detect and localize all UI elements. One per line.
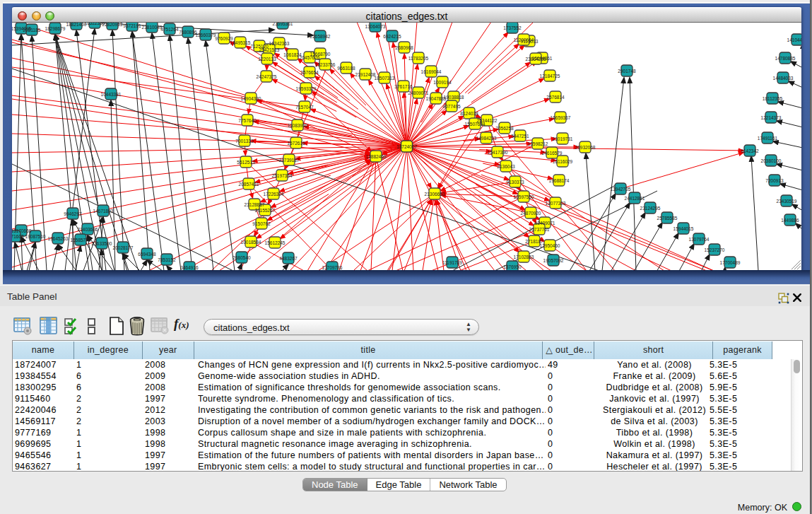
svg-text:6924215: 6924215 bbox=[383, 34, 401, 39]
svg-text:12950460: 12950460 bbox=[540, 243, 560, 248]
svg-text:15668790: 15668790 bbox=[310, 52, 331, 57]
svg-text:19882460: 19882460 bbox=[366, 154, 387, 159]
svg-text:1737552: 1737552 bbox=[503, 25, 522, 30]
svg-text:12660379: 12660379 bbox=[196, 33, 216, 37]
svg-text:19038818: 19038818 bbox=[444, 95, 464, 100]
svg-text:19057092: 19057092 bbox=[543, 258, 564, 263]
svg-text:18298679: 18298679 bbox=[45, 26, 66, 31]
svg-text:21019731: 21019731 bbox=[553, 136, 573, 141]
svg-text:22658942: 22658942 bbox=[310, 34, 331, 39]
svg-text:24247375: 24247375 bbox=[257, 74, 277, 79]
svg-text:24870920: 24870920 bbox=[521, 211, 541, 216]
svg-text:21306653: 21306653 bbox=[425, 192, 445, 197]
svg-text:24809071: 24809071 bbox=[408, 90, 429, 95]
svg-text:14671893: 14671893 bbox=[93, 209, 114, 214]
svg-text:19645263: 19645263 bbox=[48, 236, 69, 241]
svg-text:14484033: 14484033 bbox=[773, 76, 794, 81]
svg-text:10597550: 10597550 bbox=[514, 194, 534, 199]
svg-text:16169044: 16169044 bbox=[421, 69, 442, 74]
svg-text:7001333: 7001333 bbox=[235, 139, 254, 144]
svg-text:4751264: 4751264 bbox=[160, 27, 179, 32]
svg-text:6594348: 6594348 bbox=[138, 252, 156, 257]
svg-text:2081185: 2081185 bbox=[23, 28, 41, 33]
svg-text:18112355: 18112355 bbox=[763, 96, 783, 101]
svg-text:1876950: 1876950 bbox=[503, 264, 522, 269]
svg-text:5971603: 5971603 bbox=[12, 234, 24, 239]
svg-text:23595361: 23595361 bbox=[273, 23, 293, 26]
svg-text:16116029: 16116029 bbox=[553, 159, 573, 164]
svg-text:4077495: 4077495 bbox=[442, 104, 461, 109]
svg-text:12409071: 12409071 bbox=[535, 221, 555, 226]
svg-text:1009194: 1009194 bbox=[433, 80, 452, 85]
svg-text:7157047: 7157047 bbox=[295, 105, 314, 110]
svg-text:16342363: 16342363 bbox=[269, 41, 290, 46]
svg-text:13170666: 13170666 bbox=[12, 228, 32, 233]
svg-text:21155267: 21155267 bbox=[255, 208, 276, 213]
svg-text:2576654: 2576654 bbox=[300, 70, 319, 75]
svg-text:23124295: 23124295 bbox=[640, 206, 661, 211]
svg-text:15237270: 15237270 bbox=[705, 247, 725, 252]
svg-text:21912408: 21912408 bbox=[355, 72, 376, 77]
svg-text:4483267: 4483267 bbox=[279, 256, 298, 261]
svg-text:7680896: 7680896 bbox=[179, 30, 197, 35]
svg-text:23128887: 23128887 bbox=[245, 202, 265, 207]
svg-text:18507313: 18507313 bbox=[375, 76, 395, 81]
svg-text:7757640: 7757640 bbox=[238, 118, 257, 123]
svg-text:20028177: 20028177 bbox=[113, 245, 134, 250]
svg-text:18821400: 18821400 bbox=[66, 23, 87, 27]
svg-text:18495315: 18495315 bbox=[230, 40, 251, 45]
svg-text:13942705: 13942705 bbox=[611, 187, 631, 192]
svg-text:17226304: 17226304 bbox=[264, 192, 284, 197]
svg-text:25421513: 25421513 bbox=[259, 47, 280, 52]
svg-text:22820913: 22820913 bbox=[102, 23, 123, 27]
svg-text:21403636: 21403636 bbox=[78, 227, 98, 232]
svg-text:24616579: 24616579 bbox=[542, 151, 563, 156]
svg-text:17491161: 17491161 bbox=[758, 136, 778, 141]
svg-text:1220133: 1220133 bbox=[258, 57, 276, 62]
svg-text:3761716: 3761716 bbox=[394, 84, 413, 89]
svg-text:9663188: 9663188 bbox=[337, 66, 355, 71]
svg-text:2901748: 2901748 bbox=[618, 69, 636, 74]
svg-text:16659367: 16659367 bbox=[551, 115, 571, 120]
svg-text:14780885: 14780885 bbox=[775, 56, 796, 61]
svg-text:2136043: 2136043 bbox=[497, 164, 515, 169]
svg-text:12214373: 12214373 bbox=[761, 115, 782, 120]
svg-text:13064073: 13064073 bbox=[365, 24, 386, 29]
svg-text:2680968: 2680968 bbox=[395, 45, 413, 50]
svg-text:2680540: 2680540 bbox=[233, 255, 251, 260]
svg-text:8124038: 8124038 bbox=[460, 111, 478, 116]
svg-text:23430519: 23430519 bbox=[777, 199, 797, 204]
svg-text:20857431: 20857431 bbox=[239, 182, 259, 187]
svg-text:11200664: 11200664 bbox=[514, 37, 534, 42]
svg-text:19087510: 19087510 bbox=[25, 234, 46, 239]
svg-text:9130373: 9130373 bbox=[506, 180, 524, 185]
svg-text:23864286: 23864286 bbox=[526, 57, 546, 62]
svg-text:20737761: 20737761 bbox=[529, 227, 550, 232]
svg-text:15585770: 15585770 bbox=[71, 238, 91, 243]
svg-text:14904320: 14904320 bbox=[241, 96, 261, 101]
svg-text:14984233: 14984233 bbox=[476, 136, 497, 141]
svg-text:23633590: 23633590 bbox=[92, 241, 112, 246]
svg-text:17102863: 17102863 bbox=[514, 255, 534, 259]
svg-text:9946297: 9946297 bbox=[64, 211, 82, 216]
svg-text:1572616: 1572616 bbox=[287, 141, 305, 146]
svg-text:24412861: 24412861 bbox=[625, 196, 645, 201]
svg-text:20932068: 20932068 bbox=[575, 145, 596, 150]
svg-text:21739187: 21739187 bbox=[279, 158, 300, 163]
svg-text:2576814: 2576814 bbox=[546, 95, 565, 100]
svg-text:7853152: 7853152 bbox=[158, 257, 176, 262]
svg-text:15417390: 15417390 bbox=[488, 150, 508, 155]
svg-text:11783205: 11783205 bbox=[408, 56, 429, 61]
svg-text:10443381: 10443381 bbox=[101, 92, 122, 97]
svg-text:5512513: 5512513 bbox=[237, 160, 255, 165]
svg-text:12077303: 12077303 bbox=[546, 201, 566, 206]
svg-text:12184725: 12184725 bbox=[540, 74, 560, 78]
svg-text:18724007: 18724007 bbox=[396, 144, 417, 149]
svg-text:5447251: 5447251 bbox=[511, 134, 529, 139]
svg-text:14104424: 14104424 bbox=[787, 37, 801, 42]
svg-text:19688174: 19688174 bbox=[549, 178, 570, 183]
svg-text:13079764: 13079764 bbox=[689, 237, 710, 242]
svg-text:19593329: 19593329 bbox=[296, 86, 317, 91]
svg-text:13709786: 13709786 bbox=[322, 265, 343, 270]
svg-text:15944015: 15944015 bbox=[673, 226, 694, 231]
